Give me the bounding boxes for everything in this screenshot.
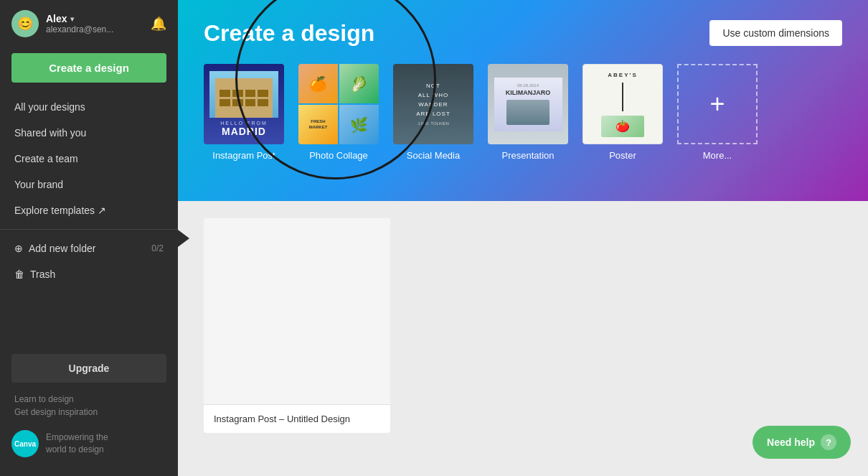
madrid-image [209, 71, 278, 118]
custom-dimensions-button[interactable]: Use custom dimensions [709, 20, 842, 46]
create-design-button[interactable]: Create a design [11, 53, 166, 83]
trash-icon: 🗑 [14, 269, 24, 280]
instagram-thumbnail: HELLO FROM MADRID [204, 64, 284, 144]
social-label: Social Media [407, 150, 460, 161]
sidebar-item-shared[interactable]: Shared with you [0, 120, 178, 146]
template-social-media[interactable]: NOT ALL WHO WANDER ARE LOST J.R.R. TOLKI… [393, 64, 473, 161]
sidebar-item-your-brand[interactable]: Your brand [0, 172, 178, 197]
canva-branding: Canva Empowering theworld to design [0, 423, 178, 465]
template-instagram-post[interactable]: HELLO FROM MADRID Instagram Post [204, 64, 284, 161]
main-content: Create a design Use custom dimensions [178, 0, 868, 476]
collage-label: Photo Collage [309, 150, 368, 161]
presentation-label: Presentation [502, 150, 555, 161]
sidebar-item-trash[interactable]: 🗑 Trash [0, 261, 178, 287]
template-poster[interactable]: ABEY'S 🍅 Poster [582, 64, 663, 161]
dropdown-arrow-icon[interactable]: ▾ [70, 15, 74, 23]
design-preview [204, 218, 390, 405]
design-card-title: Instagram Post – Untitled Design [204, 405, 390, 433]
sidebar-item-all-designs[interactable]: All your designs [0, 94, 178, 120]
avatar: 😊 [11, 10, 39, 37]
sidebar: 😊 Alex ▾ alexandra@sen... 🔔 Create a des… [0, 0, 178, 476]
more-plus-icon: + [709, 91, 725, 117]
canva-logo: Canva [11, 430, 39, 457]
hero-banner: Create a design Use custom dimensions [178, 0, 868, 201]
social-thumbnail: NOT ALL WHO WANDER ARE LOST J.R.R. TOLKI… [393, 64, 473, 144]
need-help-button[interactable]: Need help ? [753, 426, 851, 459]
template-more[interactable]: + More... [677, 64, 758, 161]
sidebar-expand-arrow-icon[interactable] [178, 230, 189, 247]
add-folder-icon: ⊕ [14, 243, 23, 254]
collage-thumbnail: 🍊 🥬 FRESH MARKET 🌿 [298, 64, 379, 144]
canva-tagline: Empowering theworld to design [46, 431, 108, 456]
instagram-label: Instagram Post [212, 150, 275, 161]
template-grid: HELLO FROM MADRID Instagram Post 🍊 🥬 FRE… [204, 64, 842, 161]
folder-count: 0/2 [151, 243, 164, 253]
nav-divider [0, 229, 178, 230]
notification-bell-icon[interactable]: 🔔 [151, 16, 166, 32]
upgrade-button[interactable]: Upgrade [11, 354, 166, 383]
poster-label: Poster [609, 150, 636, 161]
presentation-thumbnail: 08.28.2014 KILIMANJARO [488, 64, 568, 144]
help-question-icon: ? [821, 434, 836, 450]
more-thumbnail[interactable]: + [677, 64, 758, 144]
design-card[interactable]: Instagram Post – Untitled Design [204, 218, 390, 433]
user-email: alexandra@sen... [46, 24, 143, 34]
get-inspiration-link[interactable]: Get design inspiration [14, 407, 164, 417]
template-photo-collage[interactable]: 🍊 🥬 FRESH MARKET 🌿 Photo Collage [298, 64, 379, 161]
poster-thumbnail: ABEY'S 🍅 [582, 64, 663, 144]
sidebar-item-add-folder[interactable]: ⊕ Add new folder 0/2 [0, 235, 178, 261]
more-label: More... [703, 150, 732, 161]
recent-designs: Instagram Post – Untitled Design [204, 218, 842, 433]
sidebar-header: 😊 Alex ▾ alexandra@sen... 🔔 [0, 0, 178, 47]
learn-to-design-link[interactable]: Learn to design [14, 394, 164, 404]
sidebar-bottom: Upgrade Learn to design Get design inspi… [0, 348, 178, 476]
sidebar-item-explore[interactable]: Explore templates ↗ [0, 197, 178, 223]
need-help-label: Need help [767, 437, 815, 448]
sidebar-item-create-team[interactable]: Create a team [0, 146, 178, 172]
user-name: Alex ▾ [46, 13, 143, 24]
footer-links: Learn to design Get design inspiration [0, 388, 178, 423]
user-info: Alex ▾ alexandra@sen... [46, 13, 143, 34]
template-presentation[interactable]: 08.28.2014 KILIMANJARO Presentation [488, 64, 568, 161]
